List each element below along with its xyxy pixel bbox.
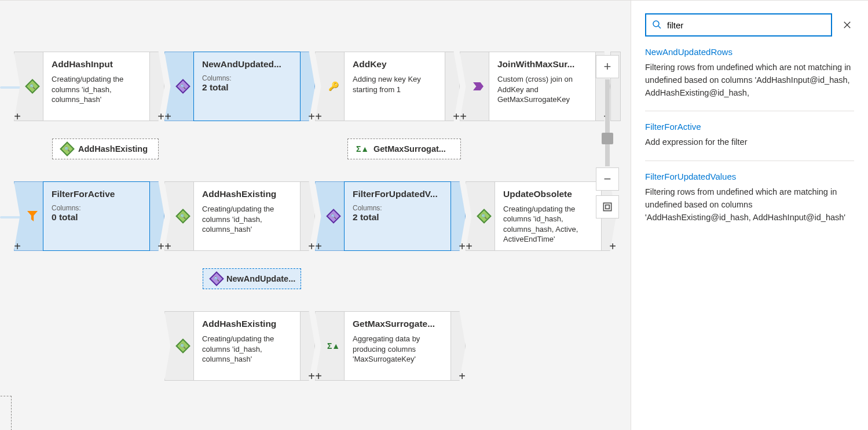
node-columns-label: Columns:: [202, 74, 292, 82]
flow-node[interactable]: 🔍AddHashInputCreating/updating the colum…: [14, 52, 164, 121]
flow-node[interactable]: 🔍UpdateObsoleteCreating/updating the col…: [466, 181, 616, 251]
svg-line-3: [658, 26, 661, 28]
app-root: 🔍AddHashInputCreating/updating the colum…: [0, 0, 868, 430]
flow-node[interactable]: JoinWithMaxSur...Custom (cross) join on …: [460, 52, 610, 121]
reference-label: GetMaxSurrogat...: [373, 144, 446, 154]
flow-node[interactable]: 🔍AddHashExistingCreating/updating the co…: [164, 311, 315, 381]
close-panel-button[interactable]: [840, 18, 854, 32]
zoom-fit-button[interactable]: [596, 195, 619, 218]
node-title: AddKey: [353, 59, 437, 70]
reference-label: AddHashExisting: [78, 144, 148, 154]
add-before-button[interactable]: +: [464, 240, 474, 252]
node-description: Aggregating data by producing columns 'M…: [353, 334, 442, 365]
add-before-button[interactable]: +: [13, 111, 22, 122]
search-result-description: Filtering rows from undefined which are …: [645, 186, 854, 224]
add-before-button[interactable]: +: [163, 111, 173, 122]
node-title: AddHashExisting: [202, 319, 292, 329]
flow-node[interactable]: 🔍AddHashExistingCreating/updating the co…: [164, 181, 315, 251]
flow-node[interactable]: FilterForActiveColumns:0 total++: [14, 181, 164, 251]
zoom-out-button[interactable]: −: [596, 167, 619, 191]
node-description: Creating/updating the columns 'id_hash, …: [503, 204, 593, 243]
derived-column-icon: 🔍: [177, 340, 189, 352]
reference-chip[interactable]: Σ▲GetMaxSurrogat...: [347, 139, 461, 159]
derived-column-icon: 🔍: [26, 80, 39, 93]
flow-node[interactable]: Σ▲GetMaxSurrogate...Aggregating data by …: [315, 311, 466, 381]
flow-canvas[interactable]: 🔍AddHashInputCreating/updating the colum…: [0, 1, 631, 430]
search-panel: NewAndUpdatedRowsFiltering rows from und…: [631, 1, 868, 430]
node-title: UpdateObsolete: [503, 189, 593, 199]
node-description: Adding new key Key starting from 1: [353, 74, 437, 94]
node-title: FilterForActive: [52, 189, 141, 199]
zoom-in-button[interactable]: +: [596, 55, 619, 78]
node-description: Creating/updating the columns 'id_hash, …: [202, 204, 292, 235]
reference-chip[interactable]: 🔍NewAndUpdate...: [203, 268, 301, 289]
zoom-slider-track[interactable]: [605, 79, 610, 166]
search-icon: [652, 20, 662, 31]
node-title: AddHashInput: [52, 59, 141, 70]
search-results: NewAndUpdatedRowsFiltering rows from und…: [645, 37, 854, 235]
flow-node[interactable]: AddKeyAdding new key Key starting from 1…: [315, 52, 460, 121]
derived-column-icon: 🔍: [61, 143, 74, 155]
join-icon: [472, 80, 485, 93]
search-result-title[interactable]: NewAndUpdatedRows: [645, 47, 854, 57]
node-columns-value: 2 total: [353, 212, 442, 223]
add-before-button[interactable]: +: [314, 240, 323, 252]
zoom-controls: + −: [596, 55, 619, 218]
search-result[interactable]: FilterForUpdatedValuesFiltering rows fro…: [645, 161, 854, 235]
derived-column-icon: 🔍: [177, 210, 189, 223]
derived-column-icon: 🔍: [478, 210, 490, 223]
add-before-button[interactable]: +: [13, 240, 22, 252]
add-after-button[interactable]: +: [608, 240, 617, 252]
add-before-button[interactable]: +: [163, 240, 173, 252]
search-result[interactable]: FilterForActiveAdd expression for the fi…: [645, 111, 854, 161]
node-title: JoinWithMaxSur...: [497, 59, 587, 70]
node-columns-value: 0 total: [52, 212, 141, 223]
node-description: Creating/updating the columns 'id_hash, …: [202, 334, 292, 365]
placeholder-box: [0, 396, 12, 430]
add-before-button[interactable]: +: [459, 111, 468, 122]
svg-rect-1: [606, 205, 610, 209]
search-input[interactable]: [666, 20, 825, 31]
search-result[interactable]: NewAndUpdatedRowsFiltering rows from und…: [645, 37, 854, 111]
search-result-title[interactable]: FilterForUpdatedValues: [645, 172, 854, 181]
search-result-description: Add expression for the filter: [645, 136, 854, 149]
node-title: AddHashExisting: [202, 189, 292, 199]
flow-node[interactable]: 🔍NewAndUpdated...Columns:2 total++: [164, 52, 315, 121]
search-box[interactable]: [645, 13, 832, 37]
node-columns-label: Columns:: [52, 204, 141, 212]
node-columns-value: 2 total: [202, 82, 292, 93]
add-before-button[interactable]: +: [314, 111, 323, 122]
exists-icon: 🔍: [211, 272, 222, 285]
surrogate-key-icon: [327, 80, 340, 93]
add-after-button[interactable]: +: [457, 370, 467, 382]
node-description: Custom (cross) join on AddKey and GetMax…: [497, 74, 587, 105]
reference-chip[interactable]: 🔍AddHashExisting: [52, 139, 159, 159]
node-title: NewAndUpdated...: [202, 59, 292, 70]
node-title: GetMaxSurrogate...: [353, 319, 442, 329]
svg-point-2: [653, 21, 659, 27]
reference-label: NewAndUpdate...: [226, 274, 295, 283]
aggregate-icon: Σ▲: [327, 340, 340, 352]
search-result-description: Filtering rows from undefined which are …: [645, 61, 854, 99]
add-before-button[interactable]: +: [314, 370, 323, 382]
node-title: FilterForUpdatedV...: [353, 189, 442, 199]
aggregate-icon: Σ▲: [356, 143, 369, 155]
filter-icon: [26, 210, 39, 223]
svg-rect-0: [603, 203, 611, 210]
exists-icon: 🔍: [177, 80, 189, 93]
node-columns-label: Columns:: [353, 204, 442, 212]
node-description: Creating/updating the columns 'id_hash, …: [52, 74, 141, 105]
flow-node[interactable]: 🔍FilterForUpdatedV...Columns:2 total++: [315, 181, 466, 251]
exists-icon: 🔍: [327, 210, 340, 223]
zoom-slider-thumb[interactable]: [602, 133, 613, 144]
search-result-title[interactable]: FilterForActive: [645, 122, 854, 132]
